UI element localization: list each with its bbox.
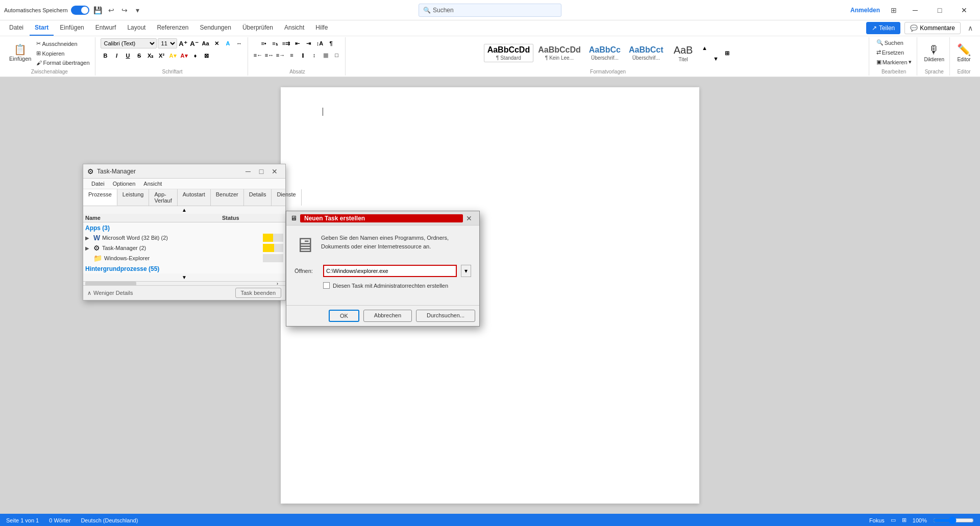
styles-scroll-up[interactable]: ▲ [700,43,710,53]
nt-close-button[interactable]: ✕ [463,213,475,223]
tm-scroll-up[interactable]: ▲ [83,206,285,214]
markieren-button[interactable]: ▣ Markieren ▾ [874,58,914,66]
char-border-button[interactable]: ⊠ [202,51,212,61]
font-grow-button[interactable]: A⁺ [178,38,188,48]
list-number-button[interactable]: ≡₁ [270,38,280,48]
layout-icon[interactable]: ⊞ [888,5,899,16]
text-effects-button[interactable]: A [223,38,233,48]
kopieren-button[interactable]: ⊞ Kopieren [34,49,91,58]
redo-icon[interactable]: ↪ [119,5,130,16]
shading-button[interactable]: ▦ [321,50,331,60]
tm-tab-app-verlauf[interactable]: App-Verlauf [149,189,177,206]
nt-admin-checkbox[interactable] [323,282,330,289]
format-uebertragen-button[interactable]: 🖌 Format übertragen [34,59,91,67]
maximize-button[interactable]: □ [928,0,951,20]
focus-button[interactable]: Fokus [869,517,885,523]
style-titel[interactable]: AaB Titel [668,43,699,64]
nt-ok-button[interactable]: OK [329,310,359,322]
editor-button[interactable]: ✏️ Editor [955,43,973,63]
strikethrough-button[interactable]: S [134,51,144,61]
ribbon-collapse-icon[interactable]: ∧ [965,22,976,34]
tm-expand-taskmanager[interactable]: ▶ [85,245,93,251]
suchen-button[interactable]: 🔍 Suchen [874,38,905,47]
customize-icon[interactable]: ▾ [132,5,143,16]
tab-sendungen[interactable]: Sendungen [195,20,236,36]
tab-datei[interactable]: Datei [4,20,29,36]
tab-entwurf[interactable]: Entwurf [90,20,121,36]
style-kein-leerzeichen[interactable]: AaBbCcDd ¶ Kein Lee... [534,44,584,62]
char-spacing-button[interactable]: ↔ [234,38,244,48]
list-bullet-button[interactable]: ≡• [259,38,269,48]
tm-tab-benutzer[interactable]: Benutzer [211,189,244,206]
diktieren-button[interactable]: 🎙 Diktieren [922,43,946,63]
tm-minimize-button[interactable]: ─ [241,166,255,177]
border-button[interactable]: □ [332,50,342,60]
change-case-button[interactable]: Aa [201,38,211,48]
autosave-toggle[interactable] [71,6,89,15]
einfuegen-button[interactable]: 📋 Einfügen [7,43,33,63]
tm-tab-details[interactable]: Details [244,189,272,206]
tm-maximize-button[interactable]: □ [255,166,268,177]
font-color-button[interactable]: A▾ [179,51,189,61]
ausschneiden-button[interactable]: ✂ Ausschneiden [34,39,91,48]
columns-button[interactable]: ⫿ [298,50,308,60]
comment-button[interactable]: 💬 Kommentare [904,22,961,34]
tab-einfuegen[interactable]: Einfügen [55,20,89,36]
styles-expand[interactable]: ⊞ [722,48,732,58]
tm-row-explorer[interactable]: 📁 Windows-Explorer [83,253,285,263]
align-justify-button[interactable]: ≡ [287,50,297,60]
view-mode-print[interactable]: ▭ [891,517,896,523]
nt-dropdown-button[interactable]: ▾ [461,265,471,277]
styles-scroll-down[interactable]: ▼ [711,54,721,64]
sort-button[interactable]: ↕A [315,38,325,48]
tm-close-button[interactable]: ✕ [268,166,281,177]
tm-expand-word[interactable]: ▶ [85,235,93,241]
tab-ansicht[interactable]: Ansicht [279,20,309,36]
align-right-button[interactable]: ≡→ [276,50,286,60]
ersetzen-button[interactable]: ⇄ Ersetzen [874,48,906,57]
zoom-slider[interactable] [933,516,974,524]
tab-hilfe[interactable]: Hilfe [310,20,333,36]
bold-button[interactable]: B [101,51,111,61]
tm-horizontal-scrollbar[interactable]: › [83,281,285,285]
phonetic-button[interactable]: ♦ [190,51,201,61]
highlight-button[interactable]: A▾ [168,51,178,61]
nt-open-input[interactable] [323,265,457,277]
tm-menu-ansicht[interactable]: Ansicht [139,180,166,188]
save-icon[interactable]: 💾 [92,5,104,16]
tm-menu-datei[interactable]: Datei [87,180,109,188]
tab-ueberpruefen[interactable]: Überprüfen [237,20,278,36]
tm-menu-optionen[interactable]: Optionen [109,180,140,188]
show-marks-button[interactable]: ¶ [326,38,336,48]
indent-increase-button[interactable]: ⇥ [304,38,314,48]
undo-icon[interactable]: ↩ [106,5,117,16]
superscript-button[interactable]: X² [157,51,167,61]
tm-scroll-down[interactable]: ▼ [83,273,285,281]
tab-start[interactable]: Start [30,20,54,36]
signin-button[interactable]: Anmelden [846,5,884,16]
underline-button[interactable]: U [123,51,133,61]
nt-cancel-button[interactable]: Abbrechen [363,310,412,322]
tab-layout[interactable]: Layout [122,20,151,36]
tm-end-task-button[interactable]: Task beenden [235,288,282,298]
list-multilevel-button[interactable]: ≡⇉ [281,38,291,48]
align-center-button[interactable]: ≡↔ [264,50,275,60]
close-button[interactable]: ✕ [952,0,976,20]
tm-tab-leistung[interactable]: Leistung [117,189,150,206]
font-family-select[interactable]: Calibri (Text) [101,38,157,48]
clear-format-button[interactable]: ✕ [212,38,222,48]
search-bar[interactable]: 🔍 Suchen [419,4,561,17]
style-ueberschrift-1[interactable]: AaBbCc Überschrif... [585,44,624,62]
view-mode-web[interactable]: ⊞ [902,517,906,523]
line-spacing-button[interactable]: ↕ [309,50,320,60]
font-size-select[interactable]: 11 [158,38,177,48]
tm-row-taskmanager[interactable]: ▶ ⚙ Task-Manager (2) [83,243,285,253]
align-left-button[interactable]: ≡← [253,50,263,60]
indent-decrease-button[interactable]: ⇤ [292,38,303,48]
nt-browse-button[interactable]: Durchsuchen... [416,310,475,322]
share-button[interactable]: ↗ Teilen [866,22,900,34]
tm-tab-autostart[interactable]: Autostart [178,189,211,206]
tm-row-word[interactable]: ▶ W Microsoft Word (32 Bit) (2) [83,233,285,243]
italic-button[interactable]: I [112,51,122,61]
style-standard[interactable]: AaBbCcDd ¶ Standard [484,44,534,62]
